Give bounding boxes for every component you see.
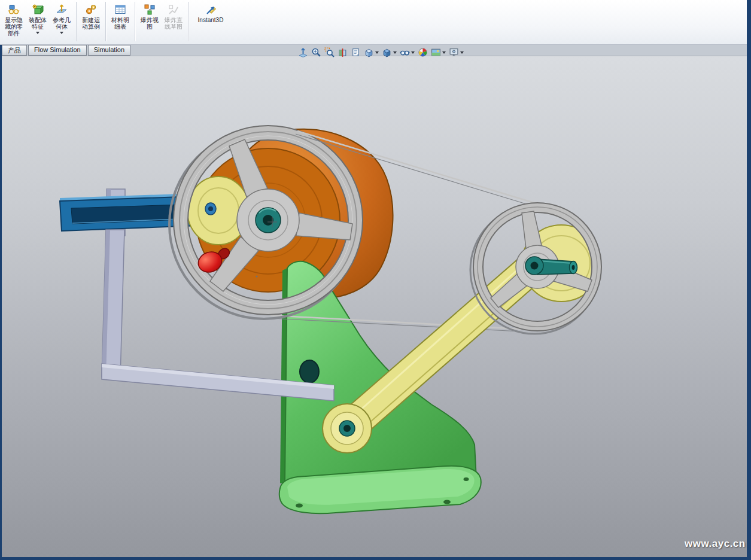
screw-hole [296,504,303,508]
dropdown-caret-icon[interactable] [375,51,379,54]
assembly-features-icon [32,4,44,16]
button-label: 爆炸视图 [140,17,159,30]
button-label: 材料明细表 [111,17,130,30]
edit-appearance-icon [418,47,428,57]
edit-appearance-button[interactable] [417,47,428,58]
view-orientation-button[interactable] [363,47,379,58]
section-view-icon [338,47,348,57]
normal-to-button[interactable] [297,47,309,58]
explode-line-sketch-button[interactable]: 爆炸直线草图 [162,1,185,31]
new-motion-study-icon [85,4,97,16]
exploded-view-button[interactable]: 爆炸视图 [138,1,161,31]
3d-model-canvas[interactable] [0,0,751,560]
reference-geometry-button[interactable]: 参考几何体 [50,1,73,35]
annotation-view-button[interactable] [350,47,361,58]
screw-hole [443,500,451,504]
section-view-button[interactable] [337,47,348,58]
tab-simulation[interactable]: Simulation [88,45,130,56]
button-label: 显示隐藏的零部件 [4,17,23,36]
view-settings-button[interactable] [448,47,464,58]
toolbar-separator [76,2,77,41]
apply-scene-button[interactable] [430,47,446,58]
assembly-features-button[interactable]: 装配体特征 [26,1,49,35]
dropdown-caret-icon[interactable] [460,51,464,54]
hide-show-items-button[interactable] [399,47,415,58]
zoom-area-icon [324,47,335,57]
tab-products[interactable]: 产品 [2,45,27,56]
dropdown-caret-icon[interactable] [60,32,63,34]
button-label: 新建运动算例 [81,17,101,30]
window-frame-right [747,0,751,560]
view-settings-icon [449,47,459,57]
heads-up-view-toolbar [297,47,464,58]
tab-label: Simulation [94,46,124,53]
button-label: Instant3D [193,17,228,23]
apply-scene-icon [431,47,441,57]
new-motion-study-button[interactable]: 新建运动算例 [80,1,102,31]
button-label: 爆炸直线草图 [164,17,183,30]
dropdown-caret-icon[interactable] [393,51,397,54]
tab-label: Flow Simulation [34,46,81,53]
hide-show-items-icon [400,47,410,57]
button-label: 装配体特征 [28,17,47,30]
tab-flow-simulation[interactable]: Flow Simulation [28,45,87,56]
button-label: 参考几何体 [52,17,71,30]
annotation-view-icon [351,47,361,57]
dropdown-caret-icon[interactable] [442,51,446,54]
show-hidden-components-icon [8,4,20,16]
display-style-icon [382,47,392,57]
exploded-view-icon [144,4,156,16]
bill-of-materials-button[interactable]: 材料明细表 [109,1,132,31]
toolbar-separator [135,2,135,41]
zoom-fit-button[interactable] [311,47,322,58]
command-toolbar: 显示隐藏的零部件 装配体特征 参考几何体 新建运动算例 材料明细表 爆炸视图 [0,0,747,45]
watermark-text: www.ayc.cn [685,538,746,550]
display-style-button[interactable] [381,47,397,58]
dropdown-caret-icon[interactable] [411,51,415,54]
instant3d-icon [205,4,217,16]
reference-geometry-icon [56,4,68,16]
window-frame-bottom [0,557,751,560]
dropdown-caret-icon[interactable] [36,32,39,34]
explode-line-sketch-icon [168,4,180,16]
zoom-area-button[interactable] [324,47,335,58]
pulley-spoke [522,211,542,248]
normal-to-icon [298,47,308,57]
instant3d-button[interactable]: Instant3D [191,1,230,24]
show-hidden-components-button[interactable]: 显示隐藏的零部件 [2,1,25,37]
mount-hole [300,360,319,383]
toolbar-separator [105,2,106,41]
screw-hole [464,477,469,481]
tab-label: 产品 [8,47,21,54]
bill-of-materials-icon [114,4,126,16]
zoom-fit-icon [311,47,321,57]
toolbar-separator [188,2,188,41]
view-orientation-icon [364,47,374,57]
window-frame-left [0,45,2,560]
